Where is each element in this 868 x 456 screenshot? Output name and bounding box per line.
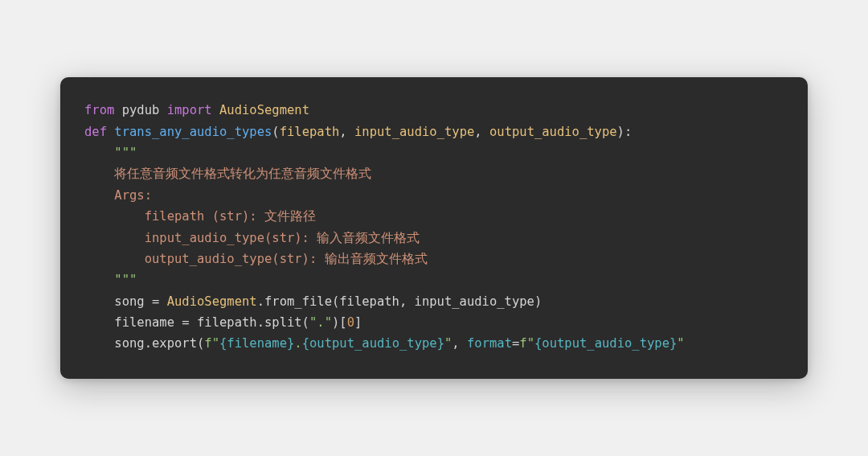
equals: = (512, 336, 519, 351)
docstring-arg2: input_audio_type(str): 输入音频文件格式 (84, 231, 420, 245)
code-content: from pydub import AudioSegment def trans… (84, 100, 784, 354)
fexpr-outtype2: {output_audio_type} (534, 336, 677, 351)
bracket-open: )[ (332, 315, 347, 330)
module-name: pydub (122, 103, 160, 117)
paren-open: ( (272, 125, 279, 139)
code-block: from pydub import AudioSegment def trans… (60, 77, 808, 378)
docstring-desc: 将任意音频文件格式转化为任意音频文件格式 (84, 166, 371, 181)
keyword-def: def (84, 125, 107, 139)
fexpr-filename: {filename} (219, 336, 294, 351)
bracket-close: ] (354, 315, 362, 330)
paren-close: ): (617, 125, 633, 139)
fstring-1-close: " (444, 336, 452, 351)
function-name: trans_any_audio_types (114, 125, 272, 139)
docstring-open: """ (84, 146, 137, 160)
param-2: input_audio_type (354, 125, 474, 139)
stmt-song: song = (84, 294, 167, 309)
param-1: filepath (280, 125, 340, 139)
keyword-from: from (84, 103, 114, 117)
docstring-close: """ (84, 273, 137, 287)
fstring-1-open: f" (204, 336, 219, 351)
kwarg-format: format (467, 336, 512, 351)
fstring-2-close: " (677, 336, 684, 351)
docstring-arg1: filepath (str): 文件路径 (84, 209, 316, 224)
docstring-args: Args: (84, 188, 152, 203)
index-zero: 0 (347, 315, 354, 330)
keyword-import: import (167, 103, 212, 117)
comma-export: , (452, 336, 467, 351)
class-call: AudioSegment (167, 294, 257, 309)
comma-1: , (339, 125, 354, 139)
string-dot: "." (309, 315, 332, 330)
stmt-export: song.export( (84, 336, 204, 351)
fstring-2-open: f" (519, 336, 534, 351)
param-3: output_audio_type (489, 125, 617, 139)
fexpr-outtype1: {output_audio_type} (302, 336, 444, 351)
fstring-1-dot: . (294, 336, 301, 351)
comma-2: , (474, 125, 489, 139)
stmt-filename: filename = filepath.split( (84, 315, 309, 330)
class-name: AudioSegment (219, 103, 309, 117)
stmt-song-tail: .from_file(filepath, input_audio_type) (257, 294, 542, 309)
docstring-arg3: output_audio_type(str): 输出音频文件格式 (84, 252, 428, 266)
